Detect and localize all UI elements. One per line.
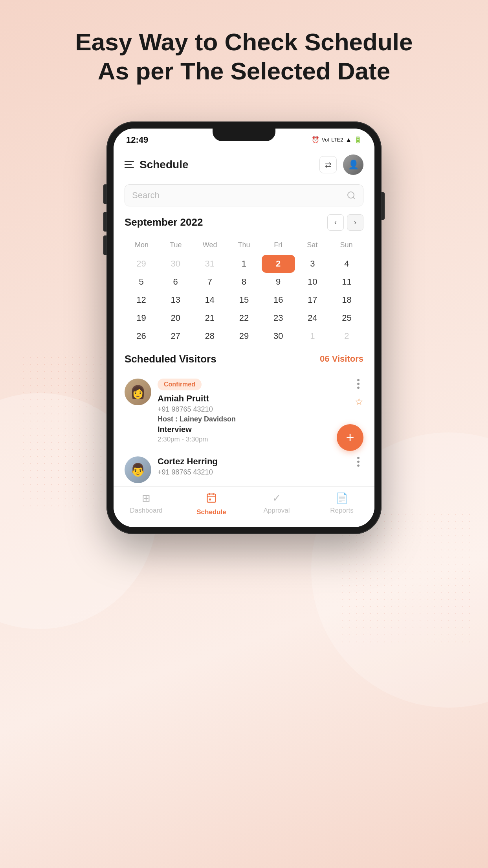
- day-header-mon: Mon: [125, 239, 159, 252]
- day-7[interactable]: 7: [193, 273, 226, 291]
- day-23[interactable]: 23: [262, 309, 295, 327]
- visitor-avatar-2: 👨: [125, 456, 151, 483]
- phone-mockup: 12:49 ⏰ Vol LTE2 ▲ 🔋 Schedule: [106, 121, 382, 534]
- visitors-section: Scheduled Visitors 06 Visitors 👩 Confirm…: [114, 353, 374, 486]
- day-5[interactable]: 5: [125, 273, 158, 291]
- headline-line1: Easy Way to Check Schedule: [75, 28, 413, 55]
- nav-item-reports[interactable]: 📄 Reports: [309, 492, 374, 516]
- calendar-week-3: 12 13 14 15 16 17 18: [125, 291, 363, 309]
- visitor-phone-2: +91 98765 43210: [158, 468, 347, 476]
- lte-icon: LTE2: [331, 137, 343, 143]
- visitor-card-2: 👨 Cortez Herring +91 98765 43210 •••: [125, 450, 363, 486]
- day-29-prev[interactable]: 29: [125, 255, 158, 273]
- day-4[interactable]: 4: [330, 255, 363, 273]
- hamburger-icon[interactable]: [125, 161, 134, 168]
- day-15[interactable]: 15: [227, 291, 261, 309]
- fab-add-button[interactable]: +: [337, 424, 363, 451]
- visitor-info-2: Cortez Herring +91 98765 43210: [158, 456, 347, 478]
- host-name-1: Lainey Davidson: [180, 415, 236, 423]
- headline: Easy Way to Check Schedule As per The Se…: [67, 28, 421, 86]
- search-bar[interactable]: Search: [125, 184, 363, 206]
- day-19[interactable]: 19: [125, 309, 158, 327]
- schedule-icon: [206, 492, 217, 506]
- day-3[interactable]: 3: [296, 255, 329, 273]
- day-30-prev[interactable]: 30: [159, 255, 192, 273]
- day-1-next[interactable]: 1: [296, 327, 329, 345]
- next-month-button[interactable]: ›: [347, 214, 363, 231]
- day-9[interactable]: 9: [262, 273, 295, 291]
- day-header-sun: Sun: [329, 239, 363, 252]
- day-10[interactable]: 10: [296, 273, 329, 291]
- avatar[interactable]: 👤: [343, 154, 363, 175]
- visitor-purpose-1: Interview: [158, 425, 347, 434]
- filter-icon: ⇄: [325, 160, 332, 169]
- visitor-card-1: 👩 Confirmed Amiah Pruitt +91 98765 43210…: [125, 372, 363, 450]
- app-header: Schedule ⇄ 👤: [114, 148, 374, 181]
- more-options-icon-2[interactable]: •••: [353, 456, 363, 468]
- visitor-name-2: Cortez Herring: [158, 456, 347, 467]
- visitor-actions-1: ••• ☆: [353, 379, 363, 407]
- prev-month-button[interactable]: ‹: [327, 214, 344, 231]
- calendar-week-2: 5 6 7 8 9 10 11: [125, 273, 363, 291]
- svg-line-1: [353, 197, 355, 199]
- day-header-thu: Thu: [227, 239, 261, 252]
- day-29[interactable]: 29: [227, 327, 261, 345]
- calendar-grid: Mon Tue Wed Thu Fri Sat Sun 29 30 31 1: [125, 239, 363, 345]
- day-2-next[interactable]: 2: [330, 327, 363, 345]
- search-icon: [347, 191, 356, 200]
- next-arrow-icon: ›: [354, 218, 356, 226]
- day-14[interactable]: 14: [193, 291, 226, 309]
- month-title: September 2022: [125, 216, 203, 228]
- nav-label-approval: Approval: [263, 507, 290, 515]
- day-30[interactable]: 30: [262, 327, 295, 345]
- battery-icon: 🔋: [354, 136, 362, 143]
- host-label: Host :: [158, 415, 178, 423]
- day-26[interactable]: 26: [125, 327, 158, 345]
- more-options-icon-1[interactable]: •••: [353, 379, 363, 390]
- day-27[interactable]: 27: [159, 327, 192, 345]
- header-left: Schedule: [125, 158, 188, 171]
- day-22[interactable]: 22: [227, 309, 261, 327]
- status-icons: ⏰ Vol LTE2 ▲ 🔋: [312, 136, 362, 143]
- filter-button[interactable]: ⇄: [319, 156, 337, 173]
- app-title: Schedule: [139, 158, 188, 171]
- day-17[interactable]: 17: [296, 291, 329, 309]
- prev-arrow-icon: ‹: [334, 218, 337, 226]
- day-20[interactable]: 20: [159, 309, 192, 327]
- approval-icon: ✓: [272, 492, 281, 504]
- search-placeholder: Search: [132, 190, 347, 200]
- star-icon-1[interactable]: ☆: [355, 396, 363, 407]
- day-6[interactable]: 6: [159, 273, 192, 291]
- nav-item-approval[interactable]: ✓ Approval: [244, 492, 309, 516]
- day-1[interactable]: 1: [227, 255, 261, 273]
- day-8[interactable]: 8: [227, 273, 261, 291]
- visitors-title: Scheduled Visitors: [125, 353, 216, 365]
- day-25[interactable]: 25: [330, 309, 363, 327]
- phone-screen: 12:49 ⏰ Vol LTE2 ▲ 🔋 Schedule: [114, 129, 374, 527]
- day-12[interactable]: 12: [125, 291, 158, 309]
- header-right: ⇄ 👤: [319, 154, 363, 175]
- signal-icon: ▲: [345, 136, 352, 143]
- day-13[interactable]: 13: [159, 291, 192, 309]
- visitor-phone-1: +91 98765 43210: [158, 405, 347, 414]
- day-31-prev[interactable]: 31: [193, 255, 226, 273]
- visitor-time-1: 2:30pm - 3:30pm: [158, 436, 347, 443]
- nav-item-schedule[interactable]: Schedule: [179, 492, 244, 516]
- nav-item-dashboard[interactable]: ⊞ Dashboard: [114, 492, 179, 516]
- calendar-header: September 2022 ‹ ›: [125, 214, 363, 231]
- day-11[interactable]: 11: [330, 273, 363, 291]
- day-24[interactable]: 24: [296, 309, 329, 327]
- headline-line2: As per The Selected Date: [98, 57, 390, 85]
- day-header-fri: Fri: [261, 239, 295, 252]
- avatar-image: 👤: [348, 160, 359, 170]
- visitor-host-1: Host : Lainey Davidson: [158, 415, 347, 423]
- day-2-selected[interactable]: 2: [262, 255, 295, 273]
- day-28[interactable]: 28: [193, 327, 226, 345]
- day-18[interactable]: 18: [330, 291, 363, 309]
- calendar-week-1: 29 30 31 1 2 3 4: [125, 255, 363, 273]
- visitor-avatar-img-2: 👨: [130, 462, 146, 477]
- nav-arrows: ‹ ›: [327, 214, 363, 231]
- day-16[interactable]: 16: [262, 291, 295, 309]
- day-21[interactable]: 21: [193, 309, 226, 327]
- visitors-count[interactable]: 06 Visitors: [320, 354, 363, 364]
